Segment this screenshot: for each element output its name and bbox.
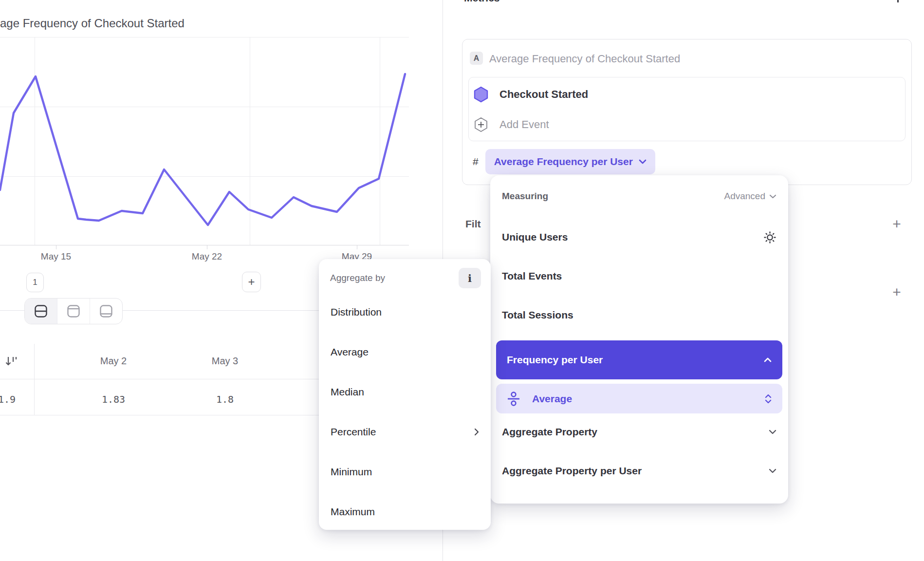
toggle-split-view[interactable]	[25, 299, 57, 324]
x-axis-line	[0, 245, 409, 245]
event-card: Checkout Started Add Event	[468, 77, 906, 141]
select-arrows-icon	[765, 394, 772, 404]
chart-line-svg	[0, 0, 443, 273]
v-gridline	[35, 37, 35, 245]
chart-top-view-icon	[66, 304, 81, 318]
add-filter-button[interactable]: +	[890, 217, 904, 231]
metric-badge: A	[470, 52, 483, 65]
advanced-label: Advanced	[724, 191, 765, 202]
h-gridline	[0, 176, 409, 177]
event-name: Checkout Started	[499, 88, 588, 101]
average-label: Average	[532, 393, 572, 405]
chevron-down-icon	[769, 468, 776, 473]
menu-item-distribution[interactable]: Distribution	[331, 301, 479, 323]
view-toggle-group	[24, 298, 123, 324]
measuring-title: Measuring	[502, 191, 548, 202]
add-annotation-button[interactable]: +	[242, 272, 261, 292]
chevron-up-icon	[764, 357, 772, 362]
menu-item-total-events[interactable]: Total Events	[502, 266, 776, 286]
menu-subitem-average[interactable]: Average	[496, 384, 782, 413]
chevron-right-icon	[474, 428, 479, 436]
chevron-down-icon	[769, 194, 776, 199]
filters-section-title: Filt	[465, 218, 491, 231]
measuring-popup: Measuring Advanced Unique Users	[490, 175, 788, 504]
info-icon[interactable]: i	[459, 268, 481, 288]
add-event-label: Add Event	[499, 118, 549, 131]
legend-series-button[interactable]: 1	[26, 273, 44, 292]
analytics-app: age Frequency of Checkout Started May 15…	[0, 0, 924, 561]
h-gridline	[0, 37, 409, 37]
table-cell: 1.83	[102, 393, 125, 405]
selected-item-label: Frequency per User	[507, 354, 603, 366]
metric-card: A Average Frequency of Checkout Started …	[462, 39, 912, 185]
measurement-dropdown[interactable]: Average Frequency per User	[485, 149, 655, 174]
chevron-down-icon	[769, 430, 776, 434]
metrics-section-title: Metrics	[464, 0, 532, 4]
x-axis-label: May 22	[192, 251, 222, 262]
menu-item-median[interactable]: Median	[331, 381, 479, 403]
frequency-line	[0, 74, 405, 225]
x-axis-tick	[56, 245, 56, 249]
add-event-hexagon-icon	[473, 116, 489, 133]
x-axis-label: May 15	[41, 251, 71, 262]
split-view-icon	[34, 304, 48, 318]
aggregate-popup-header: Aggregate by i	[330, 268, 481, 288]
x-axis-tick	[207, 245, 207, 249]
plus-icon: +	[248, 275, 255, 289]
menu-item-average[interactable]: Average	[331, 341, 479, 363]
add-metric-icon[interactable]	[897, 0, 899, 2]
menu-item-percentile[interactable]: Percentile	[331, 421, 479, 443]
aggregate-by-popup: Aggregate by i Distribution Average Medi…	[319, 259, 491, 530]
chevron-down-icon	[639, 159, 647, 164]
measurement-label: Average Frequency per User	[494, 156, 633, 168]
menu-item-minimum[interactable]: Minimum	[331, 461, 479, 483]
table-column-divider	[34, 344, 35, 415]
measuring-popup-header: Measuring Advanced	[502, 191, 776, 202]
menu-item-unique-users[interactable]: Unique Users	[502, 227, 776, 247]
legend-series-label: 1	[33, 278, 37, 287]
menu-item-total-sessions[interactable]: Total Sessions	[502, 305, 776, 325]
add-breakdown-button[interactable]: +	[890, 285, 904, 299]
event-row[interactable]: Checkout Started	[473, 81, 588, 108]
advanced-toggle[interactable]: Advanced	[724, 191, 776, 202]
menu-item-frequency-per-user-selected[interactable]: Frequency per User	[496, 340, 782, 379]
measurement-row: # Average Frequency per User	[473, 149, 655, 174]
v-gridline	[250, 37, 250, 245]
chart-title: age Frequency of Checkout Started	[0, 17, 185, 30]
table-cell: 1.9	[0, 393, 16, 405]
h-gridline	[0, 107, 409, 107]
event-hexagon-icon	[473, 86, 489, 103]
sort-icon[interactable]	[5, 355, 18, 368]
v-gridline	[380, 37, 380, 245]
add-event-row[interactable]: Add Event	[473, 112, 549, 138]
metric-name-input[interactable]: Average Frequency of Checkout Started	[489, 53, 680, 65]
average-division-icon	[507, 391, 520, 407]
table-bottom-view-icon	[99, 304, 113, 318]
toggle-table-only-view[interactable]	[90, 299, 122, 324]
menu-item-aggregate-property[interactable]: Aggregate Property	[502, 422, 776, 442]
table-header-may2[interactable]: May 2	[100, 355, 127, 367]
menu-item-maximum[interactable]: Maximum	[331, 501, 479, 523]
gear-icon[interactable]	[763, 231, 776, 244]
number-type-icon: #	[473, 156, 479, 168]
aggregate-by-title: Aggregate by	[330, 273, 385, 283]
menu-item-aggregate-property-per-user[interactable]: Aggregate Property per User	[502, 461, 776, 481]
x-axis-tick	[357, 245, 357, 249]
toggle-chart-only-view[interactable]	[57, 299, 90, 324]
table-header-may3[interactable]: May 3	[212, 355, 238, 367]
table-cell: 1.8	[216, 393, 234, 405]
